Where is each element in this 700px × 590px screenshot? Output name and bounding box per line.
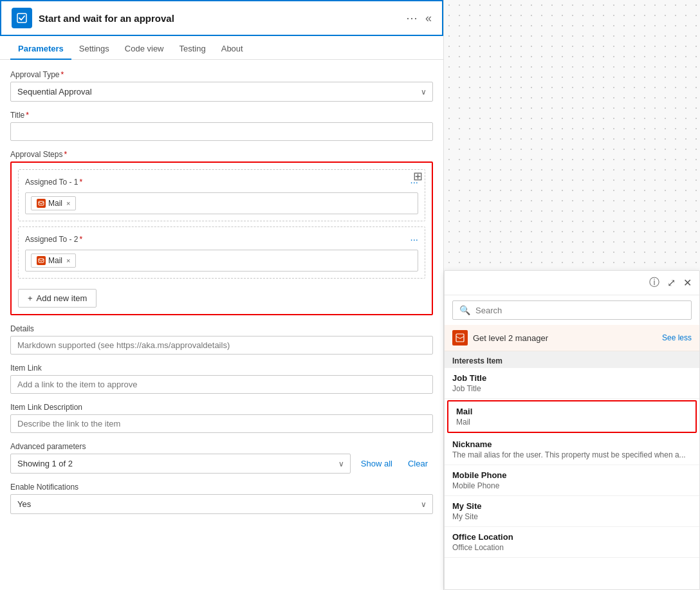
- dropdown-header: ⓘ ⤢ ✕: [445, 271, 699, 295]
- title-label: Title*: [10, 111, 433, 120]
- clear-button[interactable]: Clear: [403, 456, 433, 471]
- approval-type-select[interactable]: Sequential Approval: [10, 82, 433, 102]
- step-2-mail-icon: [37, 256, 46, 265]
- step-1-mail-icon: [37, 199, 46, 208]
- step-2-more-icon[interactable]: ···: [410, 234, 418, 244]
- dynamic-source-row: Get level 2 manager See less: [445, 325, 699, 351]
- approval-type-group: Approval Type* Sequential Approval ∨: [10, 70, 433, 102]
- tab-parameters[interactable]: Parameters: [10, 37, 71, 60]
- enable-notifications-select[interactable]: Yes No: [10, 494, 433, 514]
- step-1-mail-tag: Mail ×: [31, 196, 76, 210]
- approval-steps-box: ⊞ Assigned To - 1* ···: [10, 161, 433, 315]
- dropdown-panel: ⓘ ⤢ ✕ 🔍 Get level 2 manager See less Int…: [444, 270, 700, 590]
- approval-steps-label: Approval Steps*: [10, 150, 433, 159]
- action-title: Start and wait for an approval: [39, 13, 406, 24]
- title-group: Title* Managers Vacation Request Approva…: [10, 111, 433, 141]
- header-actions: ⋯ «: [406, 12, 432, 24]
- svg-rect-1: [39, 201, 44, 205]
- step-2-label: Assigned To - 2*: [25, 235, 82, 244]
- my-site-label: My Site: [452, 501, 692, 511]
- item-link-input[interactable]: [10, 375, 433, 394]
- step-2-input-area[interactable]: Mail ×: [25, 250, 418, 272]
- dotted-background: [444, 0, 700, 283]
- step-1-input-area[interactable]: Mail ×: [25, 192, 418, 214]
- step-1-tag-close[interactable]: ×: [66, 199, 70, 207]
- info-icon[interactable]: ⓘ: [649, 276, 659, 290]
- tab-settings[interactable]: Settings: [71, 37, 117, 60]
- approval-icon-svg: [15, 12, 28, 24]
- search-input[interactable]: [475, 306, 685, 315]
- step-1-label: Assigned To - 1*: [25, 178, 82, 187]
- source-name: Get level 2 manager: [473, 333, 657, 343]
- right-panel: ⓘ ⤢ ✕ 🔍 Get level 2 manager See less Int…: [444, 0, 700, 590]
- office-location-label: Office Location: [452, 532, 692, 542]
- table-icon[interactable]: ⊞: [413, 169, 423, 183]
- my-site-sub: My Site: [452, 512, 692, 521]
- list-item-my-site[interactable]: My Site My Site: [445, 496, 699, 527]
- add-icon: +: [28, 293, 33, 303]
- advanced-select[interactable]: Showing 1 of 2: [10, 454, 351, 474]
- job-title-sub: Job Title: [452, 384, 692, 393]
- tab-about[interactable]: About: [214, 37, 251, 60]
- mail-sub: Mail: [456, 418, 688, 427]
- mail-label: Mail: [456, 407, 688, 416]
- step-2-item: Assigned To - 2* ··· Mail ×: [18, 226, 425, 279]
- show-all-button[interactable]: Show all: [356, 456, 398, 471]
- tabs-bar: Parameters Settings Code view Testing Ab…: [0, 37, 443, 60]
- item-link-desc-label: Item Link Description: [10, 403, 433, 412]
- svg-rect-3: [456, 334, 464, 342]
- mobile-phone-label: Mobile Phone: [452, 470, 692, 480]
- item-link-group: Item Link: [10, 364, 433, 394]
- approval-type-select-wrap: Sequential Approval ∨: [10, 82, 433, 102]
- more-options-icon[interactable]: ⋯: [406, 12, 418, 24]
- close-icon[interactable]: ✕: [683, 277, 692, 289]
- list-item-job-title[interactable]: Job Title Job Title: [445, 368, 699, 399]
- item-link-label: Item Link: [10, 364, 433, 373]
- advanced-params-row: Showing 1 of 2 ∨ Show all Clear: [10, 454, 433, 474]
- list-item-office-location[interactable]: Office Location Office Location: [445, 527, 699, 558]
- list-item-mail[interactable]: Mail Mail: [447, 400, 697, 433]
- step-2-tag-label: Mail: [48, 256, 62, 265]
- source-office-icon: [452, 330, 468, 346]
- step-2-header: Assigned To - 2* ···: [25, 234, 418, 244]
- job-title-label: Job Title: [452, 373, 692, 383]
- search-icon: 🔍: [459, 305, 470, 315]
- step-2-tag-close[interactable]: ×: [66, 257, 70, 264]
- nickname-label: Nickname: [452, 439, 692, 449]
- list-item-mobile-phone[interactable]: Mobile Phone Mobile Phone: [445, 465, 699, 496]
- left-panel: Start and wait for an approval ⋯ « Param…: [0, 0, 444, 590]
- expand-icon[interactable]: ⤢: [667, 277, 676, 289]
- advanced-select-wrap: Showing 1 of 2 ∨: [10, 454, 351, 474]
- list-area: Interests Item Job Title Job Title Mail …: [445, 351, 699, 589]
- collapse-icon[interactable]: «: [425, 12, 432, 24]
- step-1-tag-label: Mail: [48, 199, 62, 208]
- advanced-params-group: Advanced parameters Showing 1 of 2 ∨ Sho…: [10, 442, 433, 474]
- action-icon: [12, 8, 32, 28]
- enable-notifications-group: Enable Notifications Yes No ∨: [10, 483, 433, 514]
- step-1-header: Assigned To - 1* ···: [25, 176, 418, 187]
- tab-code-view[interactable]: Code view: [117, 37, 172, 60]
- interests-section-header: Interests Item: [445, 351, 699, 368]
- enable-notifications-label: Enable Notifications: [10, 483, 433, 492]
- add-item-label: Add new item: [37, 293, 88, 303]
- tab-testing[interactable]: Testing: [172, 37, 214, 60]
- add-new-item-button[interactable]: + Add new item: [18, 289, 97, 308]
- advanced-params-label: Advanced parameters: [10, 442, 433, 451]
- mobile-phone-sub: Mobile Phone: [452, 481, 692, 490]
- step-1-item: Assigned To - 1* ··· Mail ×: [18, 169, 425, 221]
- details-group: Details: [10, 324, 433, 355]
- approval-steps-group: Approval Steps* ⊞ Assigned To - 1* ···: [10, 150, 433, 315]
- search-box: 🔍: [452, 300, 692, 320]
- svg-rect-2: [39, 259, 44, 263]
- list-item-nickname[interactable]: Nickname The mail alias for the user. Th…: [445, 434, 699, 465]
- see-less-button[interactable]: See less: [662, 333, 692, 342]
- item-link-desc-input[interactable]: [10, 414, 433, 433]
- details-input[interactable]: [10, 336, 433, 355]
- nickname-sub: The mail alias for the user. This proper…: [452, 450, 692, 459]
- enable-notifications-select-wrap: Yes No ∨: [10, 494, 433, 514]
- step-2-mail-tag: Mail ×: [31, 254, 76, 268]
- title-input[interactable]: Managers Vacation Request Approval: [10, 122, 433, 141]
- approval-type-label: Approval Type*: [10, 70, 433, 79]
- form-content: Approval Type* Sequential Approval ∨ Tit…: [0, 60, 443, 590]
- details-label: Details: [10, 324, 433, 333]
